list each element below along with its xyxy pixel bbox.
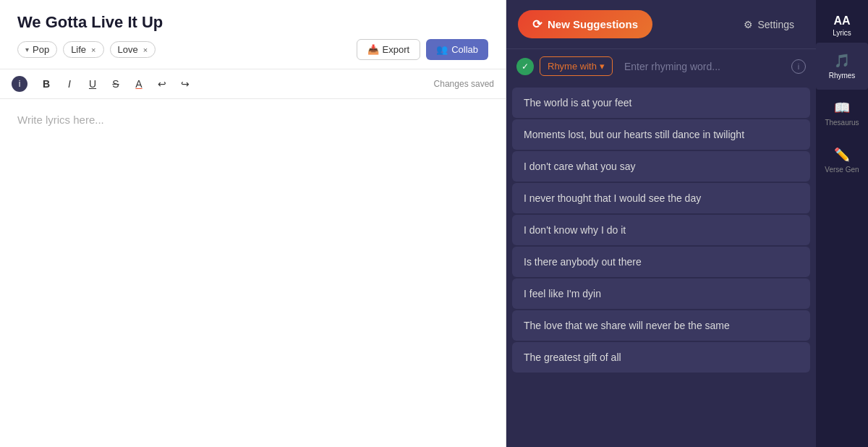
suggestions-list: The world is at your feetMoments lost, b… — [506, 83, 816, 447]
rhyme-select-label: Rhyme with — [548, 61, 597, 72]
save-status: Changes saved — [434, 79, 494, 89]
collab-button[interactable]: 👥 Collab — [426, 39, 488, 60]
tag-love-remove-icon[interactable]: × — [143, 46, 148, 54]
right-header: ⟳ New Suggestions ⚙ Settings — [506, 0, 816, 49]
list-item[interactable]: The love that we share will never be the… — [512, 310, 810, 341]
collab-icon: 👥 — [436, 44, 448, 55]
sidebar-item-verse-gen[interactable]: ✏️ Verse Gen — [816, 137, 868, 184]
rhyme-filter-row: ✓ Rhyme with ▾ i — [506, 49, 816, 83]
thesaurus-label: Thesaurus — [825, 119, 859, 127]
list-item[interactable]: Is there anybody out there — [512, 247, 810, 277]
editor-placeholder: Write lyrics here... — [17, 114, 104, 126]
gear-icon: ⚙ — [744, 19, 753, 30]
settings-button[interactable]: ⚙ Settings — [733, 13, 804, 36]
list-item[interactable]: I don't care what you say — [512, 151, 810, 182]
rhymes-label: Rhymes — [829, 72, 856, 80]
tag-love-label: Love — [118, 44, 138, 55]
settings-label: Settings — [757, 19, 794, 30]
list-item[interactable]: I never thought that I would see the day — [512, 183, 810, 213]
export-label: Export — [383, 44, 410, 55]
right-panel: ⟳ New Suggestions ⚙ Settings ✓ Rhyme wit… — [506, 0, 816, 447]
bold-button[interactable]: B — [36, 74, 56, 94]
tag-love[interactable]: Love × — [110, 41, 156, 58]
list-item[interactable]: The greatest gift of all — [512, 342, 810, 372]
list-item[interactable]: I feel like I'm dyin — [512, 278, 810, 309]
song-title: We Gotta Live It Up — [0, 0, 506, 39]
rhyme-info-icon[interactable]: i — [791, 59, 806, 74]
chevron-down-icon: ▾ — [25, 46, 29, 54]
editor-toolbar: i B I U S A ↩ ↪ Changes saved — [0, 69, 506, 99]
sidebar-item-thesaurus[interactable]: 📖 Thesaurus — [816, 90, 868, 137]
tag-life-label: Life — [71, 44, 86, 55]
rhyme-type-select[interactable]: Rhyme with ▾ — [540, 56, 613, 76]
list-item[interactable]: I don't know why I do it — [512, 215, 810, 245]
export-button[interactable]: 📥 Export — [357, 39, 421, 60]
tag-life-remove-icon[interactable]: × — [91, 46, 95, 54]
verse-gen-label: Verse Gen — [825, 166, 859, 174]
side-nav: AA Lyrics 🎵 Rhymes 📖 Thesaurus ✏️ Verse … — [816, 0, 868, 447]
action-buttons: 📥 Export 👥 Collab — [357, 39, 488, 60]
check-icon: ✓ — [516, 58, 534, 75]
rhymes-icon: 🎵 — [834, 53, 850, 69]
list-item[interactable]: The world is at your feet — [512, 88, 810, 118]
rhyme-word-input[interactable] — [618, 57, 786, 76]
redo-button[interactable]: ↪ — [175, 74, 195, 94]
italic-button[interactable]: I — [59, 74, 80, 94]
export-icon: 📥 — [367, 44, 379, 55]
thesaurus-icon: 📖 — [834, 100, 850, 116]
lyrics-label: Lyrics — [833, 29, 851, 37]
info-icon[interactable]: i — [12, 76, 27, 92]
editor-area[interactable]: Write lyrics here... — [0, 99, 506, 447]
rhyme-select-chevron: ▾ — [600, 61, 605, 72]
underline-button[interactable]: U — [82, 74, 103, 94]
new-suggestions-label: New Suggestions — [548, 18, 638, 30]
tag-pop-label: Pop — [33, 44, 49, 55]
sidebar-item-rhymes[interactable]: 🎵 Rhymes — [816, 43, 868, 90]
tag-pop[interactable]: ▾ Pop — [17, 41, 57, 58]
shuffle-icon: ⟳ — [532, 17, 542, 31]
left-panel: We Gotta Live It Up ▾ Pop Life × Love × … — [0, 0, 506, 447]
lyrics-aa-icon: AA — [833, 14, 850, 27]
undo-button[interactable]: ↩ — [152, 74, 172, 94]
text-color-button[interactable]: A — [129, 74, 149, 94]
tags-row: ▾ Pop Life × Love × 📥 Export 👥 Col — [0, 39, 506, 69]
list-item[interactable]: Moments lost, but our hearts still dance… — [512, 119, 810, 150]
new-suggestions-button[interactable]: ⟳ New Suggestions — [518, 10, 652, 38]
tag-life[interactable]: Life × — [63, 41, 103, 58]
sidebar-item-lyrics[interactable]: AA Lyrics — [816, 7, 868, 43]
collab-label: Collab — [451, 44, 478, 55]
verse-gen-icon: ✏️ — [834, 147, 850, 163]
strikethrough-button[interactable]: S — [106, 74, 126, 94]
